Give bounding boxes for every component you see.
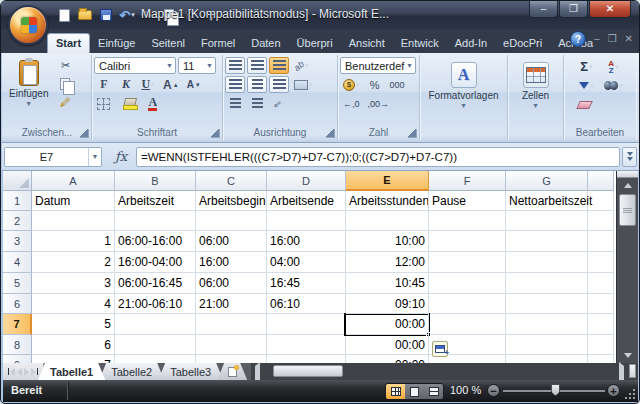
- clear-button[interactable]: ▾: [574, 96, 600, 113]
- increase-indent-button[interactable]: [247, 95, 267, 112]
- ribbon-tab-ansicht[interactable]: Ansicht: [341, 34, 393, 53]
- scroll-down-icon[interactable]: [619, 349, 636, 362]
- cell-B2[interactable]: [115, 211, 196, 231]
- align-left-button[interactable]: [225, 76, 245, 93]
- help-icon[interactable]: ?: [570, 31, 586, 47]
- select-all-corner[interactable]: [3, 171, 32, 191]
- page-break-view-button[interactable]: [424, 384, 443, 399]
- maximize-button[interactable]: ❐: [559, 1, 588, 18]
- fill-color-button[interactable]: ▾: [120, 95, 144, 112]
- sheet-tab-tabelle2[interactable]: Tabelle2: [99, 363, 164, 380]
- cell-D1[interactable]: Arbeitsende: [267, 191, 346, 211]
- wrap-text-button[interactable]: ⇙▾: [269, 95, 289, 112]
- cell-B1[interactable]: Arbeitszeit: [115, 191, 196, 211]
- cell-H7[interactable]: [588, 314, 614, 335]
- cell-E2[interactable]: [346, 211, 429, 231]
- zoom-out-button[interactable]: −: [487, 384, 500, 397]
- cell-E9[interactable]: 00:00: [346, 355, 429, 363]
- bold-button[interactable]: F: [94, 76, 114, 93]
- cell-C5[interactable]: 06:00: [196, 273, 267, 294]
- cell-H2[interactable]: [588, 211, 614, 231]
- cell-A8[interactable]: 6: [32, 335, 115, 355]
- cell-C8[interactable]: [196, 335, 267, 355]
- cell-D9[interactable]: [267, 355, 346, 363]
- row-header-3[interactable]: 3: [3, 231, 32, 252]
- autosum-button[interactable]: Σ▾: [574, 58, 600, 75]
- font-dialog-launcher[interactable]: [211, 129, 220, 138]
- next-sheet-button[interactable]: [24, 368, 29, 376]
- row-header-2[interactable]: 2: [3, 211, 32, 231]
- sort-filter-button[interactable]: AZ▾: [601, 58, 627, 75]
- cell-C2[interactable]: [196, 211, 267, 231]
- align-middle-button[interactable]: [247, 57, 267, 74]
- vertical-scroll-thumb[interactable]: [619, 194, 636, 226]
- cell-F5[interactable]: [429, 273, 506, 294]
- workbook-restore-icon[interactable]: ❐: [608, 34, 617, 44]
- column-header-G[interactable]: G: [506, 171, 588, 191]
- cell-A3[interactable]: 1: [32, 231, 115, 252]
- align-top-button[interactable]: [225, 57, 245, 74]
- cell-G8[interactable]: [506, 335, 588, 355]
- cell-F6[interactable]: [429, 294, 506, 314]
- office-button[interactable]: [8, 5, 48, 45]
- column-header-F[interactable]: F: [429, 171, 506, 191]
- workbook-close-icon[interactable]: ✕: [625, 34, 633, 44]
- tab-split-handle[interactable]: [629, 364, 636, 378]
- zoom-in-button[interactable]: +: [607, 384, 620, 397]
- column-header-A[interactable]: A: [32, 171, 115, 191]
- sheet-tab-tabelle1[interactable]: Tabelle1: [38, 363, 105, 380]
- last-sheet-button[interactable]: [31, 368, 39, 376]
- cell-H4[interactable]: [588, 252, 614, 273]
- cell-D3[interactable]: 16:00: [267, 231, 346, 252]
- cell-E3[interactable]: 10:00: [346, 231, 429, 252]
- format-painter-button[interactable]: 🖉: [55, 93, 75, 110]
- close-button[interactable]: ✕: [589, 1, 631, 18]
- decrease-font-button[interactable]: A▼: [184, 76, 204, 93]
- currency-format-button[interactable]: $▾: [340, 76, 363, 93]
- name-box-dropdown-icon[interactable]: ▼: [88, 148, 101, 166]
- paste-button[interactable]: Einfügen ▼: [5, 57, 52, 110]
- cell-G5[interactable]: [506, 273, 588, 294]
- cell-E6[interactable]: 09:10: [346, 294, 429, 314]
- cell-E4[interactable]: 12:00: [346, 252, 429, 273]
- cell-A5[interactable]: 3: [32, 273, 115, 294]
- column-header-C[interactable]: C: [196, 171, 267, 191]
- normal-view-button[interactable]: [386, 384, 405, 399]
- horizontal-scroll-thumb[interactable]: [273, 365, 343, 377]
- insert-function-button[interactable]: ƒx: [108, 147, 134, 167]
- cell-styles-button[interactable]: A Formatvorlagen ▼: [424, 59, 502, 112]
- increase-font-button[interactable]: A▲: [160, 76, 182, 93]
- split-handle[interactable]: [617, 171, 638, 178]
- expand-formula-bar-button[interactable]: [622, 147, 637, 167]
- previous-sheet-button[interactable]: [17, 368, 22, 376]
- cell-F4[interactable]: [429, 252, 506, 273]
- cell-B6[interactable]: 21:00-06:10: [115, 294, 196, 314]
- cell-G3[interactable]: [506, 231, 588, 252]
- cell-D7[interactable]: [267, 314, 346, 335]
- cell-H3[interactable]: [588, 231, 614, 252]
- cell-A9[interactable]: 7: [32, 355, 115, 363]
- ribbon-tab-edocpri[interactable]: eDocPri: [495, 34, 550, 53]
- increase-decimal-button[interactable]: ←,0: [340, 95, 363, 112]
- row-header-4[interactable]: 4: [3, 252, 32, 273]
- first-sheet-button[interactable]: [7, 368, 15, 376]
- page-layout-view-button[interactable]: [405, 384, 424, 399]
- cell-H8[interactable]: [588, 335, 614, 355]
- auto-fill-options-button[interactable]: [432, 341, 448, 357]
- column-header-B[interactable]: B: [115, 171, 196, 191]
- cell-E7[interactable]: 00:00: [346, 314, 429, 335]
- font-size-combo[interactable]: 11▼: [178, 57, 216, 74]
- cell-D6[interactable]: 06:10: [267, 294, 346, 314]
- sheet-tab-tabelle3[interactable]: Tabelle3: [158, 363, 223, 380]
- align-right-button[interactable]: [269, 76, 289, 93]
- row-header-6[interactable]: 6: [3, 294, 32, 314]
- cell-D2[interactable]: [267, 211, 346, 231]
- zoom-slider-thumb[interactable]: [551, 384, 560, 396]
- borders-button[interactable]: ▾: [94, 95, 118, 112]
- number-dialog-launcher[interactable]: [408, 129, 417, 138]
- cell-G1[interactable]: Nettoarbeitszeit: [506, 191, 588, 211]
- cell-E8[interactable]: 00:00: [346, 335, 429, 355]
- row-header-5[interactable]: 5: [3, 273, 32, 294]
- cell-B4[interactable]: 16:00-04:00: [115, 252, 196, 273]
- cell-H5[interactable]: [588, 273, 614, 294]
